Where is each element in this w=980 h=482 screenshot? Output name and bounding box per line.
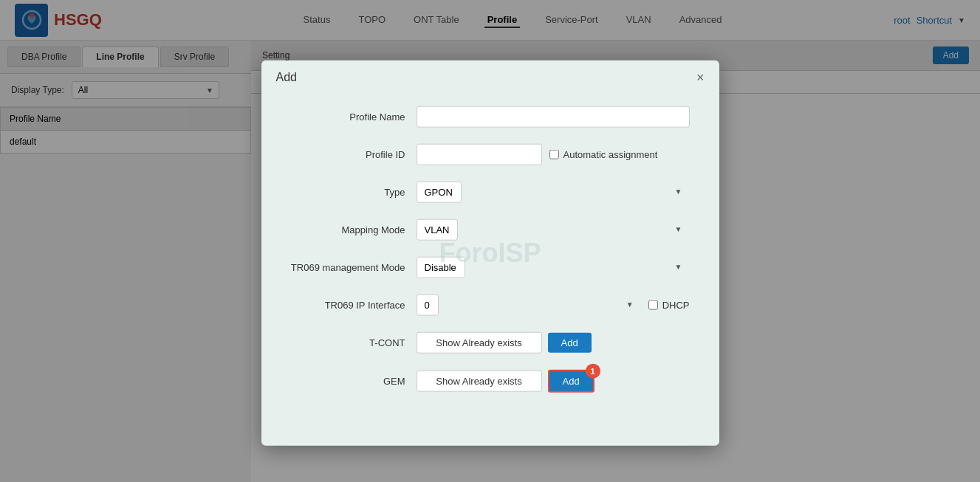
profile-name-label: Profile Name xyxy=(291,111,417,122)
profile-id-label: Profile ID xyxy=(291,148,417,159)
mapping-mode-row: Mapping Mode VLAN GEM ▼ xyxy=(291,218,690,240)
main-content: DBA Profile Line Profile Srv Profile Dis… xyxy=(0,41,980,482)
tcont-show-already-button[interactable]: Show Already exists xyxy=(417,331,542,353)
modal-header: Add × xyxy=(261,60,719,91)
dhcp-label: DHCP xyxy=(648,299,690,310)
tr069-mgmt-row: TR069 management Mode Disable Enable ▼ xyxy=(291,256,690,278)
modal-body: Profile Name Profile ID Automatic assign… xyxy=(261,91,719,423)
tr069-ip-select-wrapper: 0 ▼ xyxy=(417,294,641,315)
tr069-mgmt-select[interactable]: Disable Enable xyxy=(417,256,465,278)
tcont-row: T-CONT Show Already exists Add xyxy=(291,331,690,353)
gem-row: GEM Show Already exists Add 1 xyxy=(291,369,690,392)
add-modal: Add × ForoISP Profile Name Profile ID Au… xyxy=(261,60,719,445)
chevron-down-icon: ▼ xyxy=(675,187,682,196)
type-row: Type GPON EPON ▼ xyxy=(291,181,690,202)
modal-title: Add xyxy=(276,70,297,83)
type-select-wrapper: GPON EPON ▼ xyxy=(417,181,690,202)
gem-add-button-container: Add 1 xyxy=(542,369,594,392)
profile-id-row: Profile ID Automatic assignment xyxy=(291,143,690,165)
tcont-label: T-CONT xyxy=(291,337,417,348)
tr069-mgmt-label: TR069 management Mode xyxy=(291,261,417,272)
type-label: Type xyxy=(291,186,417,197)
tr069-ip-label: TR069 IP Interface xyxy=(291,299,417,310)
chevron-down-icon: ▼ xyxy=(626,300,634,309)
tr069-mgmt-select-wrapper: Disable Enable ▼ xyxy=(417,256,690,278)
mapping-mode-select[interactable]: VLAN GEM xyxy=(417,218,458,240)
profile-name-row: Profile Name xyxy=(291,106,690,127)
modal-close-button[interactable]: × xyxy=(696,70,705,83)
profile-name-input[interactable] xyxy=(417,106,690,127)
gem-label: GEM xyxy=(291,375,417,386)
tr069-ip-select[interactable]: 0 xyxy=(417,294,439,315)
type-select[interactable]: GPON EPON xyxy=(417,181,462,202)
gem-show-already-button[interactable]: Show Already exists xyxy=(417,370,542,391)
mapping-mode-select-wrapper: VLAN GEM ▼ xyxy=(417,218,690,240)
chevron-down-icon: ▼ xyxy=(675,225,682,233)
profile-id-input[interactable] xyxy=(417,143,542,165)
dhcp-checkbox[interactable] xyxy=(648,300,658,309)
gem-badge: 1 xyxy=(586,363,600,378)
tr069-ip-row: TR069 IP Interface 0 ▼ DHCP xyxy=(291,294,690,315)
tcont-add-button[interactable]: Add xyxy=(548,332,592,352)
automatic-assignment-checkbox[interactable] xyxy=(549,149,559,159)
mapping-mode-label: Mapping Mode xyxy=(291,224,417,235)
chevron-down-icon: ▼ xyxy=(675,263,682,271)
automatic-assignment-label: Automatic assignment xyxy=(549,148,658,159)
